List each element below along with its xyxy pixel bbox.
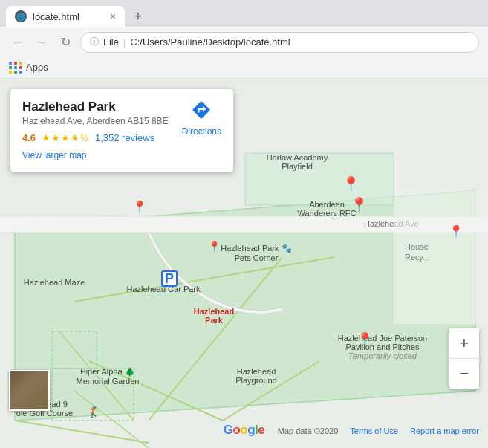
new-tab-button[interactable]: + bbox=[128, 6, 149, 27]
info-card: Hazlehead Park Hazlehead Ave, Aberdeen A… bbox=[10, 89, 233, 172]
zoom-in-button[interactable]: + bbox=[449, 328, 479, 358]
apps-grid-icon bbox=[9, 62, 23, 74]
rating-number: 4.6 bbox=[22, 132, 36, 143]
browser-window: 🌐 locate.html × + ← → ↻ ⓘ File | C:/User… bbox=[0, 0, 488, 79]
google-logo: Google bbox=[224, 423, 265, 438]
terms-link[interactable]: Terms of Use bbox=[350, 426, 398, 435]
apps-button[interactable]: Apps bbox=[9, 62, 48, 74]
star-rating: ★★★★½ bbox=[42, 132, 89, 143]
svg-rect-15 bbox=[245, 153, 394, 205]
directions-button[interactable]: Directions bbox=[182, 100, 221, 137]
svg-text:Recy...: Recy... bbox=[405, 253, 429, 262]
tab-bar: 🌐 locate.html × + bbox=[0, 0, 488, 27]
review-count[interactable]: 1,352 reviews bbox=[95, 132, 154, 143]
address-path: C:/Users/Pauline/Desktop/locate.html bbox=[130, 36, 290, 48]
address-bar[interactable]: ⓘ File | C:/Users/Pauline/Desktop/locate… bbox=[80, 32, 479, 53]
back-button[interactable]: ← bbox=[9, 33, 27, 51]
tab-title: locate.html bbox=[33, 11, 79, 22]
view-larger-link[interactable]: View larger map bbox=[22, 150, 86, 160]
address-file-label: File bbox=[103, 36, 119, 48]
address-divider: | bbox=[123, 36, 126, 48]
rating-row: 4.6 ★★★★½ 1,352 reviews bbox=[22, 132, 169, 143]
zoom-out-button[interactable]: − bbox=[449, 359, 479, 389]
directions-icon bbox=[191, 100, 212, 125]
map-container: Hazlehead Ave House Recy... Hazlehead Pa… bbox=[0, 79, 488, 448]
active-tab[interactable]: 🌐 locate.html × bbox=[6, 6, 125, 27]
tab-close-button[interactable]: × bbox=[110, 10, 116, 22]
map-footer: Google Map data ©2020 Terms of Use Repor… bbox=[0, 414, 488, 448]
report-link[interactable]: Report a map error bbox=[410, 426, 479, 435]
place-title: Hazlehead Park bbox=[22, 100, 169, 114]
info-icon: ⓘ bbox=[90, 36, 99, 48]
address-bar-row: ← → ↻ ⓘ File | C:/Users/Pauline/Desktop/… bbox=[0, 27, 488, 56]
bookmarks-bar: Apps bbox=[0, 56, 488, 79]
reload-button[interactable]: ↻ bbox=[56, 33, 74, 51]
map-thumbnail[interactable] bbox=[9, 370, 50, 411]
apps-label: Apps bbox=[26, 62, 48, 73]
parking-icon: P bbox=[161, 270, 178, 287]
tab-favicon: 🌐 bbox=[15, 10, 27, 22]
svg-text:House: House bbox=[405, 242, 429, 251]
directions-label: Directions bbox=[182, 126, 221, 137]
forward-button[interactable]: → bbox=[33, 33, 51, 51]
map-data-text: Map data ©2020 bbox=[278, 426, 339, 435]
map-controls: + − bbox=[449, 328, 479, 389]
map-thumb-inner bbox=[10, 371, 48, 409]
place-address: Hazlehead Ave, Aberdeen AB15 8BE bbox=[22, 116, 169, 126]
